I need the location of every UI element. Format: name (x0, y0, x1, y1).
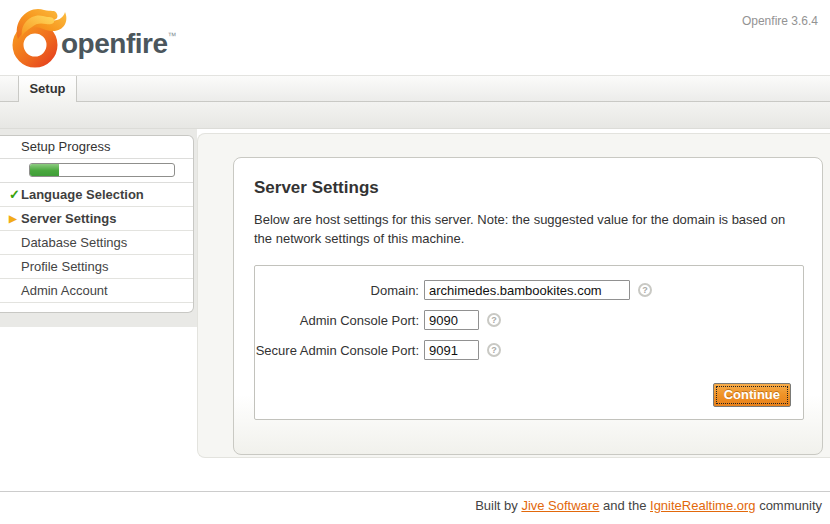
domain-label: Domain: (255, 283, 419, 298)
footer-credit: Built by Jive Software and the IgniteRea… (475, 498, 822, 513)
sidebar-item-label: Server Settings (21, 211, 116, 226)
footer-divider (0, 491, 830, 492)
sidebar-item-label: Admin Account (21, 283, 108, 298)
admin-port-label: Admin Console Port: (255, 313, 419, 328)
footer-text: community (756, 498, 822, 513)
help-icon[interactable]: ? (638, 283, 652, 297)
domain-row: Domain: ? (255, 278, 803, 302)
sidebar-item-database-settings: Database Settings (0, 231, 193, 255)
setup-progress-title: Setup Progress (0, 136, 193, 159)
sidebar-item-label: Language Selection (21, 187, 144, 202)
current-step-arrow-icon: ▶ (9, 207, 17, 230)
progress-fill (30, 164, 59, 176)
jive-software-link[interactable]: Jive Software (521, 498, 599, 513)
setup-progress-panel: Setup Progress ✓ Language Selection ▶ Se… (0, 135, 194, 313)
sidebar-item-profile-settings: Profile Settings (0, 255, 193, 279)
sidebar-item-admin-account: Admin Account (0, 279, 193, 303)
help-icon[interactable]: ? (487, 343, 501, 357)
domain-input[interactable] (424, 280, 630, 300)
admin-port-input[interactable] (424, 310, 479, 330)
header: openfire™ Openfire 3.6.4 (0, 0, 830, 75)
toolbar-strip (0, 102, 830, 129)
server-settings-card: Server Settings Below are host settings … (233, 157, 823, 455)
igniterealtime-link[interactable]: IgniteRealtime.org (650, 498, 756, 513)
progress-bar-row (0, 159, 193, 183)
secure-port-row: Secure Admin Console Port: ? (255, 338, 803, 362)
admin-port-row: Admin Console Port: ? (255, 308, 803, 332)
server-settings-form: Domain: ? Admin Console Port: ? Secure A… (254, 265, 804, 420)
trademark: ™ (167, 31, 176, 41)
version-label: Openfire 3.6.4 (742, 14, 818, 28)
check-icon: ✓ (9, 183, 20, 206)
sidebar-item-label: Database Settings (21, 235, 127, 250)
sidebar-item-label: Profile Settings (21, 259, 108, 274)
continue-button[interactable]: Continue (713, 383, 791, 407)
footer-text: and the (599, 498, 650, 513)
sidebar-item-server-settings: ▶ Server Settings (0, 207, 193, 231)
page-description: Below are host settings for this server.… (254, 211, 799, 249)
tab-bar: Setup (0, 75, 830, 102)
tab-setup[interactable]: Setup (18, 76, 77, 102)
help-icon[interactable]: ? (487, 313, 501, 327)
progress-bar (29, 163, 175, 177)
secure-port-label: Secure Admin Console Port: (255, 343, 419, 358)
page: openfire™ Openfire 3.6.4 Setup Setup Pro… (0, 0, 830, 524)
secure-port-input[interactable] (424, 340, 479, 360)
footer-text: Built by (475, 498, 521, 513)
page-title: Server Settings (254, 178, 379, 198)
brand-wordmark: openfire™ (61, 28, 176, 60)
sidebar-item-language-selection: ✓ Language Selection (0, 183, 193, 207)
